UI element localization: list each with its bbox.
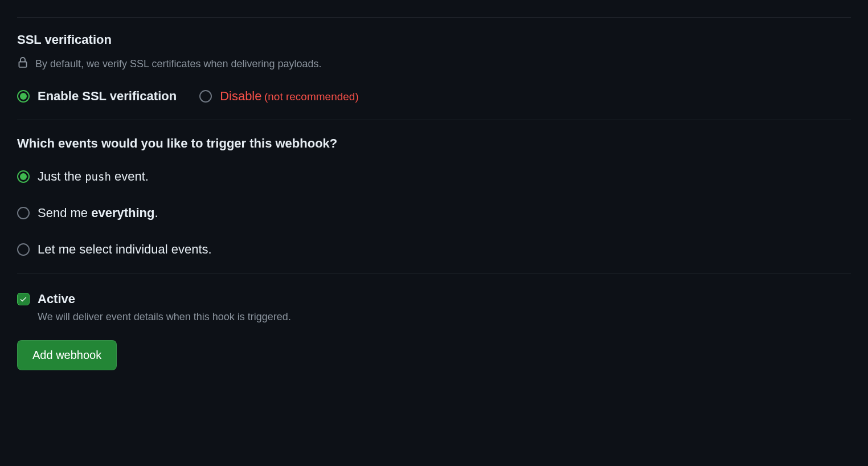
active-checkbox-row: Active We will deliver event details whe…	[17, 292, 851, 323]
events-just-push-label: Just the push event.	[38, 169, 149, 184]
events-heading: Which events would you like to trigger t…	[17, 136, 851, 151]
active-description: We will deliver event details when this …	[38, 311, 291, 323]
radio-selected-icon	[17, 90, 30, 103]
active-section: Active We will deliver event details whe…	[17, 289, 851, 370]
radio-unselected-icon	[17, 243, 30, 256]
checkmark-icon	[19, 295, 27, 303]
lock-icon	[17, 56, 28, 72]
events-individual-option[interactable]: Let me select individual events.	[17, 242, 851, 257]
radio-unselected-icon	[199, 90, 212, 103]
ssl-description-row: By default, we verify SSL certificates w…	[17, 56, 851, 72]
events-radio-group: Just the push event. Send me everything.…	[17, 169, 851, 257]
ssl-disable-label: Disable (not recommended)	[220, 89, 359, 104]
ssl-description-text: By default, we verify SSL certificates w…	[35, 58, 322, 70]
active-content: Active We will deliver event details whe…	[38, 292, 291, 323]
ssl-enable-label: Enable SSL verification	[38, 89, 177, 104]
events-everything-label: Send me everything.	[38, 206, 158, 220]
add-webhook-button[interactable]: Add webhook	[17, 340, 117, 370]
ssl-enable-option[interactable]: Enable SSL verification	[17, 89, 177, 104]
ssl-verification-section: SSL verification By default, we verify S…	[17, 17, 851, 120]
active-checkbox[interactable]	[17, 293, 30, 305]
events-everything-option[interactable]: Send me everything.	[17, 206, 851, 220]
events-just-push-option[interactable]: Just the push event.	[17, 169, 851, 184]
events-section: Which events would you like to trigger t…	[17, 136, 851, 273]
radio-unselected-icon	[17, 207, 30, 219]
ssl-radio-group: Enable SSL verification Disable (not rec…	[17, 89, 851, 104]
ssl-disable-option[interactable]: Disable (not recommended)	[199, 89, 359, 104]
ssl-heading: SSL verification	[17, 32, 851, 47]
events-individual-label: Let me select individual events.	[38, 242, 212, 257]
active-label: Active	[38, 292, 291, 306]
radio-selected-icon	[17, 170, 30, 183]
